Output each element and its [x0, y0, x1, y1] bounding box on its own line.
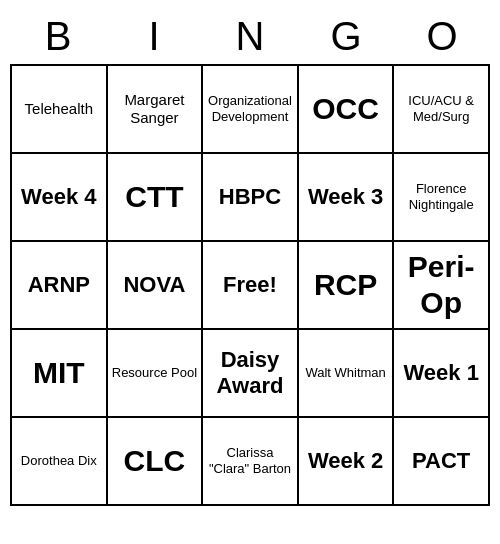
grid-cell: ICU/ACU & Med/Surg [394, 66, 490, 154]
cell-content: Week 4 [21, 184, 96, 210]
cell-content: Free! [223, 272, 277, 298]
cell-content: Telehealth [25, 100, 93, 118]
grid-cell: Telehealth [12, 66, 108, 154]
grid-cell: Florence Nightingale [394, 154, 490, 242]
cell-content: RCP [314, 267, 377, 303]
grid-cell: Peri-Op [394, 242, 490, 330]
cell-content: Week 2 [308, 448, 383, 474]
cell-content: Dorothea Dix [21, 453, 97, 469]
grid-cell: Week 3 [299, 154, 395, 242]
cell-content: Florence Nightingale [398, 181, 484, 212]
grid-cell: Week 2 [299, 418, 395, 506]
grid-cell: Organizational Development [203, 66, 299, 154]
grid-cell: RCP [299, 242, 395, 330]
bingo-header: BINGO [10, 8, 490, 64]
cell-content: Week 3 [308, 184, 383, 210]
grid-cell: MIT [12, 330, 108, 418]
grid-cell: Margaret Sanger [108, 66, 204, 154]
grid-cell: Dorothea Dix [12, 418, 108, 506]
cell-content: OCC [312, 91, 379, 127]
cell-content: HBPC [219, 184, 281, 210]
grid-cell: CLC [108, 418, 204, 506]
header-letter: N [202, 8, 298, 64]
grid-cell: Clarissa "Clara" Barton [203, 418, 299, 506]
grid-cell: OCC [299, 66, 395, 154]
grid-cell: Week 4 [12, 154, 108, 242]
header-letter: G [298, 8, 394, 64]
bingo-card: BINGO TelehealthMargaret SangerOrganizat… [10, 8, 490, 506]
cell-content: MIT [33, 355, 85, 391]
cell-content: Walt Whitman [305, 365, 385, 381]
grid-cell: Walt Whitman [299, 330, 395, 418]
cell-content: ICU/ACU & Med/Surg [398, 93, 484, 124]
cell-content: PACT [412, 448, 470, 474]
grid-cell: CTT [108, 154, 204, 242]
cell-content: Clarissa "Clara" Barton [207, 445, 293, 476]
grid-cell: Resource Pool [108, 330, 204, 418]
cell-content: Daisy Award [207, 347, 293, 400]
header-letter: O [394, 8, 490, 64]
cell-content: CTT [125, 179, 183, 215]
cell-content: Peri-Op [398, 249, 484, 321]
cell-content: Week 1 [403, 360, 478, 386]
cell-content: Margaret Sanger [112, 91, 198, 127]
cell-content: CLC [124, 443, 186, 479]
header-letter: B [10, 8, 106, 64]
bingo-grid: TelehealthMargaret SangerOrganizational … [10, 64, 490, 506]
grid-cell: Week 1 [394, 330, 490, 418]
grid-cell: NOVA [108, 242, 204, 330]
grid-cell: ARNP [12, 242, 108, 330]
header-letter: I [106, 8, 202, 64]
cell-content: Organizational Development [207, 93, 293, 124]
cell-content: ARNP [28, 272, 90, 298]
grid-cell: HBPC [203, 154, 299, 242]
grid-cell: Free! [203, 242, 299, 330]
cell-content: NOVA [123, 272, 185, 298]
cell-content: Resource Pool [112, 365, 197, 381]
grid-cell: Daisy Award [203, 330, 299, 418]
grid-cell: PACT [394, 418, 490, 506]
